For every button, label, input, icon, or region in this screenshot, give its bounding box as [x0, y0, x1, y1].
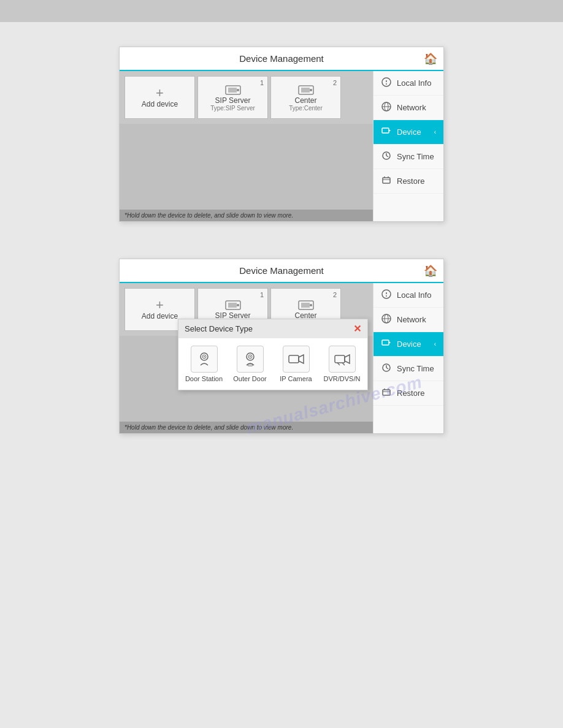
- sidebar2-sync-time[interactable]: Sync Time: [373, 357, 443, 381]
- dvr-label: DVR/DVS/N: [324, 375, 361, 382]
- panel2-content-wrapper: + Add device 1 SIP Server: [120, 283, 373, 433]
- svg-point-8: [386, 83, 387, 85]
- svg-rect-34: [289, 355, 299, 363]
- svg-rect-22: [228, 303, 237, 308]
- panel1-header: Device Management 🏠: [120, 47, 443, 71]
- svg-point-42: [386, 295, 387, 297]
- panel2-add-label: Add device: [142, 312, 178, 320]
- top-bar: [0, 0, 563, 22]
- sidebar2-device-chevron: ‹: [434, 341, 436, 347]
- sidebar1-sync-time[interactable]: Sync Time: [373, 145, 443, 169]
- local-info-icon: [381, 77, 392, 89]
- sidebar1-local-info-label: Local Info: [397, 78, 431, 88]
- center-cell[interactable]: 2 Center Type:Center: [270, 76, 341, 119]
- sidebar1-network-label: Network: [397, 103, 426, 112]
- dvr-icon: [329, 346, 356, 373]
- center-num: 2: [333, 79, 337, 86]
- svg-rect-25: [301, 303, 310, 308]
- outer-door-icon: [237, 346, 264, 373]
- panel2-add-icon: +: [156, 298, 164, 312]
- panel1-home-icon[interactable]: 🏠: [424, 52, 437, 66]
- svg-point-29: [204, 356, 205, 357]
- svg-rect-17: [383, 178, 390, 183]
- door-station-icon: [191, 346, 218, 373]
- svg-rect-51: [383, 390, 390, 395]
- panel2-sidebar: Local Info Network Device ‹: [373, 283, 443, 433]
- panel1-device-grid: + Add device 1 SIP Server Type:SIP Serve…: [120, 71, 373, 124]
- svg-point-5: [310, 89, 312, 91]
- svg-line-50: [386, 368, 388, 369]
- svg-point-26: [310, 304, 312, 306]
- sidebar2-restore-icon: [381, 387, 392, 399]
- panel-2: Device Management 🏠 + Add device 1: [119, 259, 444, 434]
- sidebar2-sync-icon: [381, 363, 392, 374]
- sidebar1-restore-label: Restore: [397, 176, 425, 186]
- sidebar1-network[interactable]: Network: [373, 96, 443, 120]
- restore-icon: [381, 175, 392, 187]
- panel2-title: Device Management: [239, 265, 324, 276]
- sidebar2-local-info-label: Local Info: [397, 290, 431, 300]
- dialog-body: Door Station: [178, 338, 367, 390]
- sidebar1-device-label: Device: [397, 127, 421, 137]
- svg-line-16: [386, 156, 388, 157]
- ip-camera-item[interactable]: IP Camera: [275, 346, 316, 382]
- sip-type: Type:SIP Server: [210, 105, 255, 112]
- svg-rect-46: [382, 340, 389, 345]
- network-icon: [381, 102, 392, 113]
- panel1-sidebar: Local Info Network Device ‹: [373, 71, 443, 221]
- sip-device-icon: [225, 84, 241, 96]
- panel2-sip-num: 1: [260, 291, 264, 298]
- svg-marker-13: [389, 129, 391, 132]
- ip-camera-label: IP Camera: [280, 375, 312, 382]
- sync-time-icon: [381, 151, 392, 162]
- dvr-item[interactable]: DVR/DVS/N: [321, 346, 362, 382]
- panel2-home-icon[interactable]: 🏠: [424, 264, 437, 278]
- door-station-label: Door Station: [185, 375, 223, 382]
- sidebar2-restore[interactable]: Restore: [373, 381, 443, 406]
- panel1-footer: *Hold down the device to delete, and sli…: [120, 210, 373, 221]
- add-device-label: Add device: [142, 100, 178, 108]
- sip-label: SIP Server: [215, 96, 251, 105]
- sidebar2-network[interactable]: Network: [373, 308, 443, 332]
- sidebar1-restore[interactable]: Restore: [373, 169, 443, 194]
- outer-door-label: Outer Door: [233, 375, 266, 382]
- ip-camera-icon: [283, 346, 310, 373]
- svg-marker-47: [389, 341, 391, 344]
- svg-point-2: [237, 89, 239, 91]
- svg-point-32: [250, 356, 251, 357]
- add-icon: +: [156, 86, 164, 100]
- device-icon: [381, 126, 392, 138]
- sidebar1-local-info[interactable]: Local Info: [373, 71, 443, 96]
- panel2-body: + Add device 1 SIP Server: [120, 283, 443, 433]
- add-device-cell[interactable]: + Add device: [124, 76, 195, 119]
- door-station-item[interactable]: Door Station: [183, 346, 224, 382]
- panel1-title: Device Management: [239, 53, 324, 64]
- select-device-dialog: Select Device Type ✕: [178, 319, 368, 390]
- svg-rect-36: [335, 355, 345, 363]
- svg-rect-1: [228, 88, 237, 93]
- sidebar2-sync-label: Sync Time: [397, 364, 434, 373]
- panel2-center-num: 2: [333, 291, 337, 298]
- sidebar2-local-info[interactable]: Local Info: [373, 283, 443, 308]
- panel2-footer: *Hold down the device to delete, and sli…: [120, 422, 373, 433]
- panel2-header: Device Management 🏠: [120, 259, 443, 283]
- sidebar2-restore-label: Restore: [397, 389, 425, 398]
- sip-server-cell[interactable]: 1 SIP Server Type:SIP Server: [197, 76, 268, 119]
- sip-num: 1: [260, 79, 264, 86]
- sidebar2-device-label: Device: [397, 339, 421, 349]
- center-label: Center: [294, 96, 316, 105]
- outer-door-item[interactable]: Outer Door: [229, 346, 270, 382]
- panel1-gray-area: [120, 124, 373, 210]
- panel1-body: + Add device 1 SIP Server Type:SIP Serve…: [120, 71, 443, 221]
- sidebar1-sync-label: Sync Time: [397, 152, 434, 161]
- dialog-close-button[interactable]: ✕: [353, 323, 361, 335]
- sidebar2-device[interactable]: Device ‹: [373, 332, 443, 357]
- svg-rect-12: [382, 128, 389, 133]
- panel-1: Device Management 🏠 + Add device 1: [119, 47, 444, 222]
- sidebar2-local-info-icon: [381, 289, 392, 301]
- svg-rect-4: [301, 88, 310, 93]
- svg-marker-37: [345, 355, 350, 363]
- center-device-icon: [298, 84, 314, 96]
- sidebar1-device[interactable]: Device ‹: [373, 120, 443, 145]
- sidebar2-network-icon: [381, 314, 392, 325]
